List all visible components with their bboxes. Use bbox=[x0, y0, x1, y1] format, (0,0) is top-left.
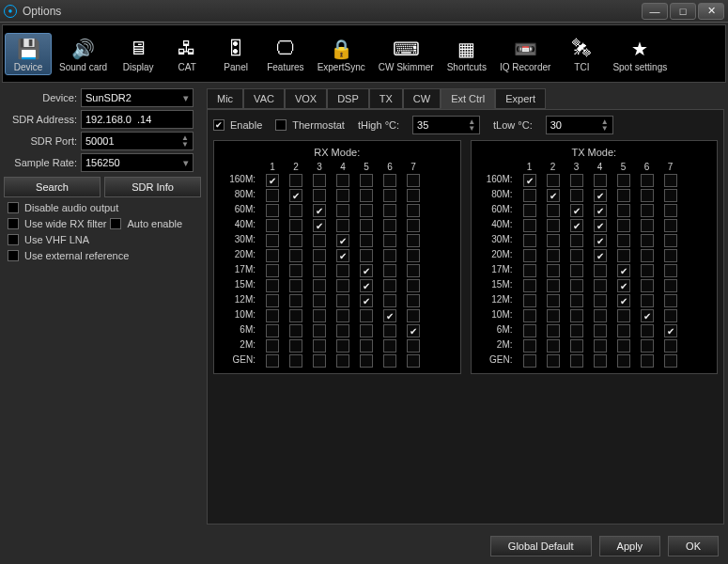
rx-cell-GEN-1[interactable] bbox=[266, 354, 279, 368]
tx-cell-80M-6[interactable] bbox=[641, 189, 654, 202]
rx-cell-GEN-6[interactable] bbox=[383, 354, 396, 368]
global-default-button[interactable]: Global Default bbox=[490, 536, 592, 556]
toolbar-item-expertsync[interactable]: 🔒ExpertSync bbox=[312, 34, 371, 74]
tx-cell-10M-6[interactable] bbox=[641, 309, 654, 322]
rx-cell-6M-5[interactable] bbox=[360, 324, 373, 337]
toolbar-item-cw-skimmer[interactable]: ⌨CW Skimmer bbox=[373, 34, 440, 74]
rx-cell-80M-7[interactable] bbox=[407, 189, 420, 202]
tx-cell-20M-7[interactable] bbox=[664, 249, 677, 262]
rx-cell-10M-6[interactable] bbox=[383, 309, 396, 322]
tx-cell-10M-3[interactable] bbox=[570, 309, 583, 322]
rx-cell-12M-1[interactable] bbox=[266, 294, 279, 307]
rx-cell-10M-7[interactable] bbox=[407, 309, 420, 322]
tx-cell-40M-7[interactable] bbox=[664, 219, 677, 232]
rx-cell-6M-4[interactable] bbox=[336, 324, 349, 337]
rx-cell-2M-5[interactable] bbox=[360, 339, 373, 352]
rx-cell-15M-6[interactable] bbox=[383, 279, 396, 292]
tx-cell-30M-1[interactable] bbox=[523, 234, 536, 247]
tx-cell-40M-2[interactable] bbox=[547, 219, 560, 232]
tx-cell-30M-4[interactable] bbox=[594, 234, 607, 247]
tx-cell-15M-4[interactable] bbox=[594, 279, 607, 292]
tx-cell-160M-4[interactable] bbox=[594, 174, 607, 187]
spin-down-icon[interactable]: ▼ bbox=[601, 125, 609, 132]
rx-cell-6M-1[interactable] bbox=[266, 324, 279, 337]
toolbar-item-display[interactable]: 🖥Display bbox=[115, 34, 162, 74]
tx-cell-160M-5[interactable] bbox=[617, 174, 630, 187]
tx-cell-2M-6[interactable] bbox=[641, 339, 654, 352]
tx-cell-10M-5[interactable] bbox=[617, 309, 630, 322]
tx-cell-2M-2[interactable] bbox=[547, 339, 560, 352]
tx-cell-6M-5[interactable] bbox=[617, 324, 630, 337]
rx-cell-40M-5[interactable] bbox=[360, 219, 373, 232]
tx-cell-2M-4[interactable] bbox=[594, 339, 607, 352]
tx-cell-40M-5[interactable] bbox=[617, 219, 630, 232]
vhf-lna-checkbox[interactable]: Use VHF LNA bbox=[4, 234, 201, 245]
tx-cell-160M-6[interactable] bbox=[641, 174, 654, 187]
rx-cell-6M-3[interactable] bbox=[313, 324, 326, 337]
tx-cell-30M-2[interactable] bbox=[547, 234, 560, 247]
tab-vac[interactable]: VAC bbox=[243, 88, 285, 109]
rx-cell-60M-7[interactable] bbox=[407, 204, 420, 217]
rx-cell-30M-5[interactable] bbox=[360, 234, 373, 247]
rx-cell-60M-2[interactable] bbox=[289, 204, 302, 217]
rx-cell-30M-4[interactable] bbox=[336, 234, 349, 247]
rx-cell-40M-1[interactable] bbox=[266, 219, 279, 232]
toolbar-item-tci[interactable]: 🛰TCI bbox=[558, 34, 605, 74]
tx-cell-30M-5[interactable] bbox=[617, 234, 630, 247]
rx-cell-17M-7[interactable] bbox=[407, 264, 420, 277]
tx-cell-6M-2[interactable] bbox=[547, 324, 560, 337]
tx-cell-160M-2[interactable] bbox=[547, 174, 560, 187]
tx-cell-15M-7[interactable] bbox=[664, 279, 677, 292]
tx-cell-GEN-4[interactable] bbox=[594, 354, 607, 368]
tx-cell-15M-6[interactable] bbox=[641, 279, 654, 292]
rx-cell-160M-4[interactable] bbox=[336, 174, 349, 187]
rx-cell-GEN-7[interactable] bbox=[407, 354, 420, 368]
rx-cell-30M-6[interactable] bbox=[383, 234, 396, 247]
tx-cell-12M-1[interactable] bbox=[523, 294, 536, 307]
rx-cell-2M-3[interactable] bbox=[313, 339, 326, 352]
tx-cell-17M-4[interactable] bbox=[594, 264, 607, 277]
toolbar-item-sound-card[interactable]: 🔊Sound card bbox=[54, 34, 113, 74]
toolbar-item-cat[interactable]: 🖧CAT bbox=[163, 34, 210, 74]
tab-vox[interactable]: VOX bbox=[285, 88, 327, 109]
rx-cell-17M-3[interactable] bbox=[313, 264, 326, 277]
rx-cell-80M-2[interactable] bbox=[289, 189, 302, 202]
tx-cell-GEN-2[interactable] bbox=[547, 354, 560, 368]
tx-cell-20M-3[interactable] bbox=[570, 249, 583, 262]
rx-cell-17M-4[interactable] bbox=[336, 264, 349, 277]
tx-cell-30M-7[interactable] bbox=[664, 234, 677, 247]
spin-down-icon[interactable]: ▼ bbox=[468, 125, 475, 132]
rx-cell-6M-6[interactable] bbox=[383, 324, 396, 337]
rx-cell-40M-2[interactable] bbox=[289, 219, 302, 232]
rx-cell-20M-5[interactable] bbox=[360, 249, 373, 262]
rx-cell-30M-3[interactable] bbox=[313, 234, 326, 247]
ext-ref-checkbox[interactable]: Use external reference bbox=[4, 250, 201, 261]
tx-cell-15M-5[interactable] bbox=[617, 279, 630, 292]
tab-cw[interactable]: CW bbox=[403, 88, 441, 109]
tx-cell-12M-3[interactable] bbox=[570, 294, 583, 307]
search-button[interactable]: Search bbox=[4, 177, 101, 197]
toolbar-item-spot-settings[interactable]: ★Spot settings bbox=[607, 34, 673, 74]
rx-cell-12M-2[interactable] bbox=[289, 294, 302, 307]
maximize-button[interactable]: □ bbox=[670, 3, 696, 20]
thermostat-checkbox[interactable]: Thermostat bbox=[275, 119, 345, 131]
tx-cell-6M-4[interactable] bbox=[594, 324, 607, 337]
tab-dsp[interactable]: DSP bbox=[327, 88, 369, 109]
tx-cell-40M-6[interactable] bbox=[641, 219, 654, 232]
tx-cell-40M-3[interactable] bbox=[570, 219, 583, 232]
rx-cell-6M-7[interactable] bbox=[407, 324, 420, 337]
tx-cell-15M-3[interactable] bbox=[570, 279, 583, 292]
rx-cell-17M-2[interactable] bbox=[289, 264, 302, 277]
rx-cell-80M-4[interactable] bbox=[336, 189, 349, 202]
tx-cell-60M-5[interactable] bbox=[617, 204, 630, 217]
rx-cell-20M-7[interactable] bbox=[407, 249, 420, 262]
tx-cell-17M-6[interactable] bbox=[641, 264, 654, 277]
tx-cell-2M-7[interactable] bbox=[664, 339, 677, 352]
tx-cell-17M-7[interactable] bbox=[664, 264, 677, 277]
tx-cell-30M-6[interactable] bbox=[641, 234, 654, 247]
tx-cell-6M-6[interactable] bbox=[641, 324, 654, 337]
rx-cell-12M-6[interactable] bbox=[383, 294, 396, 307]
tx-cell-80M-4[interactable] bbox=[594, 189, 607, 202]
rx-cell-80M-3[interactable] bbox=[313, 189, 326, 202]
tx-cell-6M-1[interactable] bbox=[523, 324, 536, 337]
